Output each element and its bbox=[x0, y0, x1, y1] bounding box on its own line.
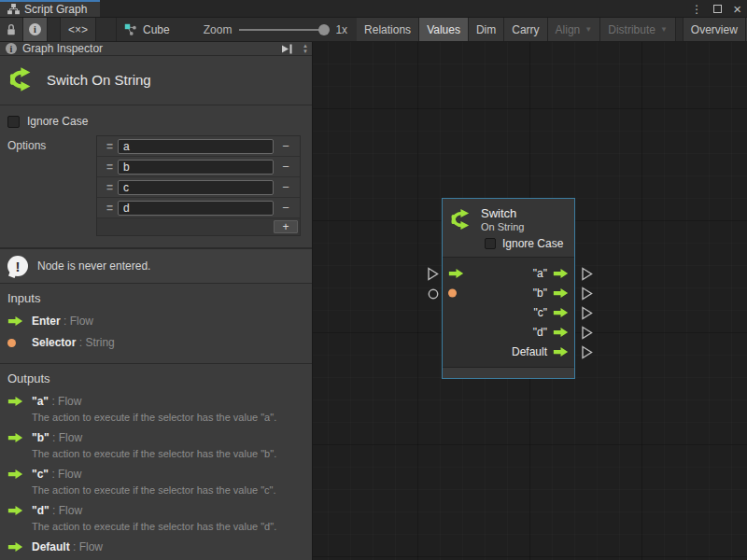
option-row: = − bbox=[97, 177, 300, 198]
port-separator: : bbox=[49, 504, 59, 517]
lock-icon bbox=[6, 23, 17, 35]
outputs-section: Outputs "a" : Flow The action to execute… bbox=[0, 364, 312, 560]
inputs-heading: Inputs bbox=[7, 291, 304, 305]
relations-button[interactable]: Relations bbox=[357, 18, 419, 41]
port-description: The action to execute if the selector ha… bbox=[32, 448, 304, 459]
option-input[interactable] bbox=[118, 201, 274, 216]
values-label: Values bbox=[427, 23, 460, 36]
ignore-case-checkbox[interactable] bbox=[7, 116, 20, 128]
panel-scroll-arrows[interactable]: ▲▼ bbox=[303, 44, 308, 54]
flow-arrow-icon bbox=[7, 469, 23, 480]
maximize-icon[interactable] bbox=[713, 5, 722, 13]
port-type: Flow bbox=[59, 504, 82, 517]
add-option-button[interactable]: + bbox=[274, 220, 298, 233]
flow-output-arrow-icon[interactable] bbox=[553, 307, 569, 318]
distribute-label: Distribute bbox=[608, 23, 655, 36]
inspector-toggle-button[interactable]: i bbox=[23, 18, 48, 41]
node-ports: "a" "b" "c" "d" bbox=[443, 258, 574, 367]
align-button[interactable]: Align ▼ bbox=[548, 18, 601, 41]
values-button[interactable]: Values bbox=[419, 18, 469, 41]
external-value-input-port[interactable] bbox=[428, 288, 439, 300]
lock-button[interactable] bbox=[0, 18, 23, 41]
node-output-label: "d" bbox=[533, 326, 547, 339]
zoom-slider-track bbox=[239, 29, 328, 31]
port-name: "b" bbox=[32, 431, 49, 444]
flow-arrow-icon bbox=[7, 315, 23, 327]
port-description: The action to execute if the selector ha… bbox=[32, 521, 304, 532]
drag-handle-icon[interactable]: = bbox=[101, 202, 118, 215]
window-menu-icon[interactable]: ⋮ bbox=[691, 3, 702, 16]
zoom-slider[interactable] bbox=[239, 23, 328, 36]
chevron-down-icon: ▼ bbox=[660, 25, 668, 34]
toolbar-spacer bbox=[676, 18, 684, 41]
dock-panel-icon[interactable] bbox=[281, 44, 293, 54]
external-output-port-d[interactable] bbox=[581, 326, 593, 340]
carry-button[interactable]: Carry bbox=[504, 18, 547, 41]
flow-output-arrow-icon[interactable] bbox=[553, 327, 569, 338]
graph-owner-button[interactable]: Cube bbox=[117, 18, 177, 41]
options-row: Options = − = − = bbox=[0, 130, 312, 240]
node-row-d: "d" bbox=[443, 322, 574, 342]
switch-on-string-node[interactable]: Switch On String Ignore Case "a" bbox=[442, 198, 575, 379]
port-separator: : bbox=[49, 431, 59, 444]
port-description: The action to execute if the selector ha… bbox=[32, 412, 304, 423]
code-view-button[interactable]: <×> bbox=[61, 18, 96, 41]
external-output-port-default[interactable] bbox=[581, 345, 593, 359]
node-ignore-case-checkbox[interactable] bbox=[485, 238, 496, 249]
overview-label: Overview bbox=[691, 23, 738, 36]
external-output-port-a[interactable] bbox=[581, 267, 593, 281]
overview-button[interactable]: Overview bbox=[684, 18, 746, 41]
external-output-port-b[interactable] bbox=[581, 287, 593, 301]
graph-owner-label: Cube bbox=[143, 23, 170, 36]
port-separator: : bbox=[49, 468, 58, 481]
option-input[interactable] bbox=[118, 160, 274, 175]
editor-window: Script Graph ⋮ × i <×> bbox=[0, 0, 747, 560]
chevron-up-icon: ▲ bbox=[303, 44, 308, 49]
port-type: Flow bbox=[59, 431, 82, 444]
drag-handle-icon[interactable]: = bbox=[101, 140, 118, 153]
output-port-a: "a" : Flow bbox=[7, 395, 304, 408]
external-output-port-c[interactable] bbox=[581, 306, 593, 320]
graph-inspector-panel: i Graph Inspector ▲▼ bbox=[0, 42, 313, 560]
tab-script-graph[interactable]: Script Graph bbox=[0, 0, 100, 17]
option-input[interactable] bbox=[118, 180, 274, 195]
ignore-case-label: Ignore Case bbox=[27, 115, 88, 128]
distribute-button[interactable]: Distribute ▼ bbox=[600, 18, 676, 41]
tab-label: Script Graph bbox=[24, 3, 87, 16]
warning-text: Node is never entered. bbox=[37, 259, 150, 273]
input-port-selector: Selector : String bbox=[7, 336, 304, 349]
ignore-case-row: Ignore Case bbox=[0, 105, 312, 130]
node-output-label: "b" bbox=[533, 287, 547, 300]
close-icon[interactable]: × bbox=[733, 5, 741, 13]
remove-option-button[interactable]: − bbox=[274, 180, 298, 194]
zoom-slider-knob[interactable] bbox=[318, 24, 330, 35]
zoom-value: 1x bbox=[335, 23, 347, 36]
node-header[interactable]: Switch On String Ignore Case bbox=[443, 199, 574, 258]
node-row-b: "b" bbox=[443, 283, 574, 302]
drag-handle-icon[interactable]: = bbox=[101, 161, 118, 174]
graph-canvas[interactable]: Switch On String Ignore Case "a" bbox=[313, 42, 747, 560]
inputs-section: Inputs Enter : Flow Selector : String bbox=[0, 284, 312, 364]
remove-option-button[interactable]: − bbox=[274, 201, 298, 215]
flow-arrow-icon bbox=[7, 396, 23, 407]
flow-output-arrow-icon[interactable] bbox=[553, 346, 569, 357]
switch-icon bbox=[7, 65, 35, 93]
drag-handle-icon[interactable]: = bbox=[101, 181, 118, 194]
unit-title-block: Switch On String bbox=[0, 56, 312, 105]
flow-arrow-icon bbox=[7, 505, 23, 516]
align-label: Align bbox=[556, 23, 581, 36]
external-flow-input-port[interactable] bbox=[427, 267, 439, 281]
chevron-down-icon: ▼ bbox=[303, 49, 308, 54]
flow-input-arrow-icon[interactable] bbox=[448, 268, 464, 279]
flow-output-arrow-icon[interactable] bbox=[553, 287, 569, 299]
toolbar-spacer bbox=[48, 18, 61, 41]
selector-input-dot-icon[interactable] bbox=[448, 288, 457, 297]
toolbar-spacer bbox=[96, 18, 117, 41]
option-input[interactable] bbox=[118, 139, 274, 154]
flow-output-arrow-icon[interactable] bbox=[553, 268, 569, 279]
dim-button[interactable]: Dim bbox=[469, 18, 504, 41]
remove-option-button[interactable]: − bbox=[274, 160, 298, 174]
port-separator: : bbox=[61, 315, 70, 328]
remove-option-button[interactable]: − bbox=[274, 139, 298, 153]
string-dot-icon bbox=[7, 339, 23, 347]
